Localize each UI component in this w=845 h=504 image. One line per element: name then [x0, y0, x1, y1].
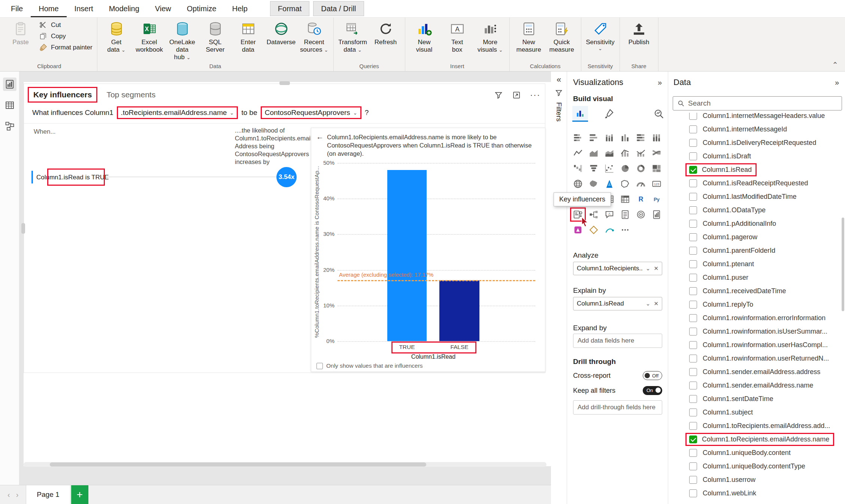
field-row-column1-replyto[interactable]: Column1.replyTo: [668, 298, 841, 311]
flow-visual-icon[interactable]: [602, 224, 617, 236]
sql-server-button[interactable]: SQLServer: [199, 18, 231, 54]
field-label[interactable]: Column1.toRecipients.emailAddress.name: [702, 435, 829, 443]
unchecked-checkbox[interactable]: [689, 125, 697, 133]
tab-key-influencers[interactable]: Key influencers: [28, 87, 97, 103]
field-row-column1-torecipients-emailaddress-name[interactable]: Column1.toRecipients.emailAddress.name: [668, 432, 841, 446]
remove-field-icon[interactable]: ✕: [654, 265, 658, 272]
analyze-field-well[interactable]: Column1.toRecipients.... ⌄ ✕: [573, 262, 662, 275]
field-label[interactable]: Column1.internetMessageId: [703, 125, 787, 133]
azure-map-visual-icon[interactable]: [602, 177, 617, 190]
field-row-column1-padditionalinfo[interactable]: Column1.pAdditionalInfo: [668, 217, 841, 230]
bar-false[interactable]: [439, 280, 479, 341]
field-row-column1-sender-emailaddress-name[interactable]: Column1.sender.emailAddress.name: [668, 379, 841, 392]
menu-tab-optimize[interactable]: Optimize: [179, 0, 224, 17]
field-label[interactable]: Column1.uniqueBody.content: [703, 449, 791, 457]
field-label[interactable]: Column1.puser: [703, 274, 748, 282]
unchecked-checkbox[interactable]: [689, 314, 697, 322]
field-label[interactable]: Column1.replyTo: [703, 301, 753, 309]
sensitivity-button[interactable]: Sensitivity⌄: [584, 18, 617, 51]
field-label[interactable]: Column1.rowinformation.userReturnedN...: [703, 355, 829, 362]
stacked-area-visual-icon[interactable]: [602, 147, 617, 160]
unchecked-checkbox[interactable]: [689, 395, 697, 403]
influence-multiplier-bubble[interactable]: 3.54x: [276, 167, 297, 187]
field-label[interactable]: Column1.rowinformation.userHasCompl...: [703, 341, 828, 349]
gauge-visual-icon[interactable]: [634, 177, 648, 190]
unchecked-checkbox[interactable]: [689, 152, 697, 160]
build-visual-mode-icon[interactable]: [572, 106, 588, 122]
field-row-column1-sender-emailaddress-address[interactable]: Column1.sender.emailAddress.address: [668, 365, 841, 379]
field-row-column1-pagerow[interactable]: Column1.pagerow: [668, 230, 841, 244]
field-row-column1-internetmessageheaders-value[interactable]: Column1.internetMessageHeaders.value: [668, 113, 841, 122]
bar-true[interactable]: [387, 170, 427, 341]
field-row-column1-isread[interactable]: Column1.isRead: [668, 163, 841, 176]
unchecked-checkbox[interactable]: [689, 462, 697, 470]
unchecked-checkbox[interactable]: [689, 409, 697, 416]
pct-stacked-column-visual-icon[interactable]: [649, 131, 664, 144]
more-visuals-visual-icon[interactable]: [618, 224, 632, 236]
field-row-column1-rowinformation-isusersummar[interactable]: Column1.rowinformation.isUserSummar...: [668, 325, 841, 338]
publish-button[interactable]: Publish: [623, 18, 655, 46]
excel-workbook-button[interactable]: XExcelworkbook: [133, 18, 166, 54]
new-visual-button[interactable]: Newvisual: [408, 18, 440, 54]
tab-top-segments[interactable]: Top segments: [106, 90, 155, 99]
field-row-column1-torecipients-emailaddress-add[interactable]: Column1.toRecipients.emailAddress.add...: [668, 419, 841, 432]
field-label[interactable]: Column1.webLink: [703, 489, 756, 497]
field-label[interactable]: Column1.isDraft: [703, 152, 751, 160]
field-row-column1-receiveddatetime[interactable]: Column1.receivedDateTime: [668, 284, 841, 298]
field-row-column1-weblink[interactable]: Column1.webLink: [668, 486, 841, 500]
checked-checkbox[interactable]: [689, 435, 697, 443]
analyze-field-dropdown[interactable]: .toRecipients.emailAddress.name ⌄: [117, 106, 238, 119]
menu-tab-insert[interactable]: Insert: [67, 0, 101, 17]
unchecked-checkbox[interactable]: [689, 449, 697, 457]
unchecked-checkbox[interactable]: [689, 476, 697, 484]
collapse-data-pane-icon[interactable]: »: [835, 78, 839, 87]
field-row-column1-userrow[interactable]: Column1.userrow: [668, 473, 841, 486]
data-pane-scrollbar[interactable]: [842, 218, 844, 311]
unchecked-checkbox[interactable]: [689, 233, 697, 241]
area-visual-icon[interactable]: [587, 147, 601, 160]
unchecked-checkbox[interactable]: [689, 179, 697, 187]
explain-by-field-well[interactable]: Column1.isRead ⌄ ✕: [573, 297, 662, 310]
expand-filters-icon[interactable]: «: [557, 76, 561, 84]
metrics-visual-icon[interactable]: [634, 208, 648, 221]
filters-pane-label[interactable]: Filters: [555, 102, 563, 122]
matrix-visual-icon[interactable]: [618, 193, 632, 206]
cross-report-toggle[interactable]: Off: [643, 371, 662, 380]
canvas-horizontal-scrollbar[interactable]: [24, 462, 546, 467]
refresh-button[interactable]: Refresh: [370, 18, 402, 46]
clustered-column-visual-icon[interactable]: [618, 131, 632, 144]
unchecked-checkbox[interactable]: [689, 260, 697, 268]
visual-resize-handle-top[interactable]: [279, 81, 290, 85]
get-data-button[interactable]: Getdata ⌄: [100, 18, 133, 54]
unchecked-checkbox[interactable]: [689, 355, 697, 362]
field-label[interactable]: Column1.sender.emailAddress.name: [703, 382, 813, 389]
field-row-column1-rowinformation-userhascompl[interactable]: Column1.rowinformation.userHasCompl...: [668, 338, 841, 352]
shape-map-visual-icon[interactable]: [618, 177, 632, 190]
field-row-column1-rowinformation-userreturnedn[interactable]: Column1.rowinformation.userReturnedN...: [668, 352, 841, 365]
stacked-bar-visual-icon[interactable]: [571, 131, 585, 144]
recent-sources-button[interactable]: Recentsources ⌄: [298, 18, 330, 54]
field-row-column1-isdraft[interactable]: Column1.isDraft: [668, 149, 841, 163]
checked-checkbox[interactable]: [689, 166, 697, 174]
chevron-down-icon[interactable]: ⌄: [646, 265, 651, 272]
unchecked-checkbox[interactable]: [689, 274, 697, 282]
field-label[interactable]: Column1.lastModifiedDateTime: [703, 193, 796, 201]
funnel-visual-icon[interactable]: [587, 162, 601, 175]
menu-tab-view[interactable]: View: [147, 0, 179, 17]
waterfall-visual-icon[interactable]: [571, 162, 585, 175]
collapse-ribbon-icon[interactable]: ⌃: [832, 62, 838, 67]
field-row-column1-isdeliveryreceiptrequested[interactable]: Column1.isDeliveryReceiptRequested: [668, 136, 841, 149]
unchecked-checkbox[interactable]: [689, 247, 697, 255]
expand-by-drop-area[interactable]: Add data fields here: [573, 334, 662, 348]
remove-field-icon[interactable]: ✕: [654, 300, 658, 307]
target-value-dropdown[interactable]: ContosoRequestApprovers ⌄: [261, 106, 361, 119]
python-visual-icon[interactable]: Py: [649, 193, 664, 206]
field-label[interactable]: Column1.subject: [703, 409, 753, 416]
card-visual-icon[interactable]: 123: [649, 177, 664, 190]
field-row-column1-odatatype[interactable]: Column1.ODataType: [668, 203, 841, 217]
field-row-column1-subject[interactable]: Column1.subject: [668, 406, 841, 419]
menu-tab-help[interactable]: Help: [224, 0, 255, 17]
search-input[interactable]: [688, 99, 838, 107]
table-view-icon[interactable]: [3, 98, 16, 112]
menu-tab-file[interactable]: File: [3, 0, 31, 17]
